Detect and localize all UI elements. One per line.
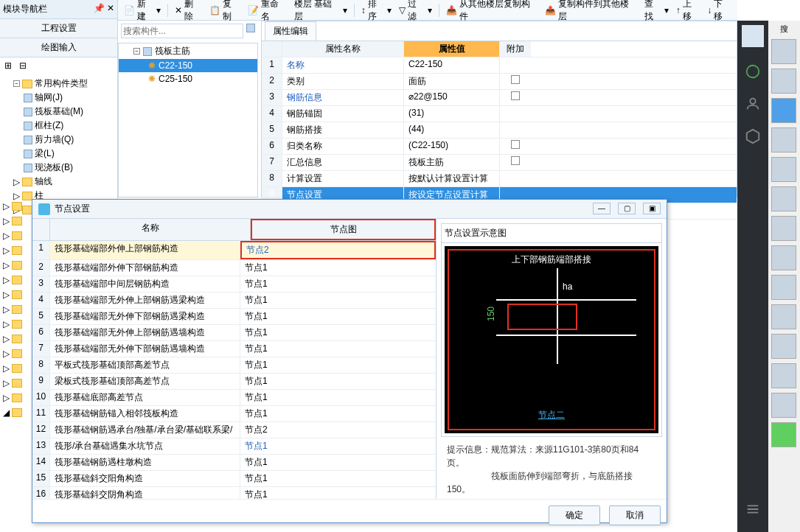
folder-icon	[12, 408, 22, 417]
preview-title: 节点设置示意图	[442, 224, 661, 243]
contact-thumb[interactable]	[771, 127, 796, 153]
contact-thumb[interactable]	[771, 334, 796, 359]
svg-point-1	[750, 99, 755, 104]
component-tree: −筏板主筋 ✺C22-150✺C25-150	[118, 43, 258, 197]
node-link[interactable]: 节点二	[445, 409, 658, 421]
table-row[interactable]: 7筏形基础端部无外伸下部钢筋遇墙构造节点1	[32, 341, 436, 357]
table-row[interactable]: 14筏形基础钢筋遇柱墩构造节点1	[32, 455, 436, 471]
folder-icon	[12, 290, 22, 299]
contact-thumb[interactable]	[771, 157, 796, 182]
contacts-icon[interactable]	[745, 96, 761, 112]
table-row[interactable]: 1筏形基础端部外伸上部钢筋构造节点2	[32, 241, 436, 260]
contact-thumb[interactable]	[771, 304, 796, 329]
prop-row[interactable]: 7汇总信息筏板主筋	[262, 155, 737, 171]
dialog-title: 节点设置	[55, 203, 90, 215]
prop-header: 属性名称 属性值 附加	[262, 41, 737, 57]
search-input[interactable]	[121, 24, 243, 38]
table-row[interactable]: 8平板式筏形基础顶部高差节点节点1	[32, 357, 436, 374]
prop-row[interactable]: 8计算设置按默认计算设置计算	[262, 171, 737, 187]
table-row[interactable]: 4筏形基础端部无外伸上部钢筋遇梁构造节点1	[32, 293, 436, 309]
chat-sidebar	[737, 21, 768, 532]
sidebar-pin-close[interactable]: 📌 ✕	[94, 3, 114, 15]
node-table: 名称 节点图 1筏形基础端部外伸上部钢筋构造节点22筏形基础端部外伸下部钢筋构造…	[32, 219, 436, 499]
toolbar-icon-2[interactable]: ⊟	[19, 60, 29, 71]
table-row[interactable]: 15筏形基础斜交阳角构造节点1	[32, 471, 436, 487]
contact-thumb[interactable]	[771, 39, 796, 64]
table-row[interactable]: 2筏形基础端部外伸下部钢筋构造节点1	[32, 260, 436, 276]
prop-row[interactable]: 5钢筋搭接(44)	[262, 122, 737, 139]
prop-row[interactable]: 4钢筋锚固(31)	[262, 106, 737, 122]
prop-row[interactable]: 6归类名称(C22-150)	[262, 139, 737, 155]
ok-button[interactable]: 确定	[549, 505, 600, 525]
preview-canvas: 上下部钢筋端部搭接 ha 150 节点二	[445, 246, 658, 433]
component-item[interactable]: ✺C22-150	[119, 59, 257, 72]
close-button[interactable]: ▣	[643, 203, 661, 214]
contact-thumb[interactable]	[771, 216, 796, 241]
folder-icon	[12, 349, 22, 358]
right-rail: 搜	[737, 21, 800, 532]
table-row[interactable]: 11筏形基础钢筋锚入相邻筏板构造节点1	[32, 406, 436, 422]
prop-row[interactable]: 1名称C22-150	[262, 57, 737, 74]
tree-node[interactable]: −常用构件类型	[0, 77, 117, 91]
chat-icon[interactable]	[745, 63, 761, 80]
table-row[interactable]: 13筏形/承台基础遇集水坑节点节点1	[32, 438, 436, 455]
prop-row[interactable]: 2类别面筋	[262, 74, 737, 90]
folder-icon	[12, 276, 22, 284]
folder-icon	[12, 305, 22, 314]
folder-icon	[12, 217, 22, 225]
contact-thumb[interactable]	[771, 245, 796, 270]
folder-icon	[12, 202, 22, 211]
module-nav-sidebar: 模块导航栏 📌 ✕ 工程设置 绘图输入 ⊞ ⊟ −常用构件类型轴网(J)筏板基础…	[0, 0, 118, 199]
table-row[interactable]: 9梁板式筏形基础顶部高差节点节点1	[32, 374, 436, 390]
table-row[interactable]: 6筏形基础端部无外伸上部钢筋遇墙构造节点1	[32, 325, 436, 341]
tree-node[interactable]: 现浇板(B)	[0, 161, 117, 175]
table-row[interactable]: 10筏形基础底部高差节点节点1	[32, 390, 436, 406]
contact-thumb[interactable]	[771, 363, 796, 388]
avatar[interactable]	[742, 25, 764, 47]
minimize-button[interactable]: —	[593, 203, 611, 214]
dialog-icon	[38, 203, 50, 215]
cube-icon[interactable]	[745, 128, 761, 144]
tree-root[interactable]: −筏板主筋	[119, 43, 257, 59]
tab-draw-input[interactable]: 绘图输入	[0, 38, 117, 57]
tree-node[interactable]: ▷轴线	[0, 175, 117, 189]
tree-node[interactable]: 框柱(Z)	[0, 119, 117, 133]
tree-node[interactable]: 梁(L)	[0, 147, 117, 161]
node-settings-dialog: 节点设置 — ▢ ▣ 名称 节点图 1筏形基础端部外伸上部钢筋构造节点22筏形基…	[32, 199, 667, 523]
contact-thumb[interactable]	[771, 69, 796, 94]
prop-row[interactable]: 3钢筋信息⌀22@150	[262, 90, 737, 106]
table-row[interactable]: 3筏形基础端部中间层钢筋构造节点1	[32, 276, 436, 293]
col-name[interactable]: 名称	[50, 219, 251, 240]
contact-thumb[interactable]	[771, 98, 796, 123]
search-label[interactable]: 搜	[771, 24, 797, 35]
table-row[interactable]: 5筏形基础端部无外伸下部钢筋遇梁构造节点1	[32, 309, 436, 325]
col-node-pic[interactable]: 节点图	[251, 219, 436, 240]
folder-icon	[12, 364, 22, 373]
dialog-titlebar[interactable]: 节点设置 — ▢ ▣	[32, 200, 667, 219]
contact-thumb[interactable]	[771, 422, 796, 447]
left-tree-continuation: ▷ ▷ ▷ ▷ ▷ ▷ ▷ ▷ ▷ ▷ ▷ ▷ ▷ ▷ ◢	[0, 199, 29, 532]
tree-node[interactable]: 筏板基础(M)	[0, 105, 117, 119]
search-icon[interactable]	[246, 24, 255, 32]
cancel-button[interactable]: 取消	[609, 505, 661, 525]
tree-node[interactable]: 剪力墙(Q)	[0, 133, 117, 147]
component-item[interactable]: ✺C25-150	[119, 72, 257, 85]
contact-thumb[interactable]	[771, 186, 796, 211]
toolbar-icon-1[interactable]: ⊞	[4, 60, 15, 71]
contact-thumb[interactable]	[771, 393, 796, 418]
tree-node[interactable]: 轴网(J)	[0, 91, 117, 105]
table-row[interactable]: 16筏形基础斜交阴角构造节点1	[32, 487, 436, 499]
folder-icon	[12, 393, 22, 402]
property-panel: 属性编辑 属性名称 属性值 附加 1名称C22-1502类别面筋3钢筋信息⌀22…	[261, 21, 737, 197]
svg-point-0	[747, 66, 759, 78]
maximize-button[interactable]: ▢	[618, 203, 636, 214]
folder-icon	[12, 379, 22, 388]
property-tab[interactable]: 属性编辑	[265, 21, 316, 41]
table-row[interactable]: 12筏形基础钢筋遇承台/独基/承台梁/基础联系梁/节点2	[32, 422, 436, 438]
menu-icon[interactable]	[745, 501, 761, 517]
folder-icon	[12, 231, 22, 240]
folder-icon	[12, 261, 22, 270]
sidebar-tree: −常用构件类型轴网(J)筏板基础(M)框柱(Z)剪力墙(Q)梁(L)现浇板(B)…	[0, 74, 117, 220]
contact-thumb[interactable]	[771, 275, 796, 300]
tab-project-settings[interactable]: 工程设置	[0, 19, 117, 38]
